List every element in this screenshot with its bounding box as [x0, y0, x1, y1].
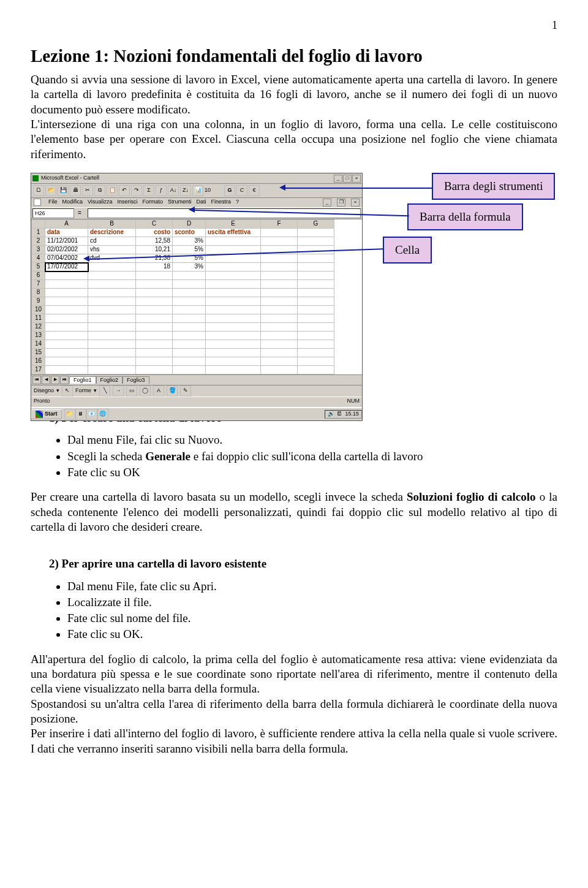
cell[interactable]: [261, 340, 298, 349]
cell[interactable]: [261, 332, 298, 340]
row-header[interactable]: 16: [32, 357, 45, 366]
cell[interactable]: 12,58: [136, 237, 173, 246]
redo-icon[interactable]: ↷: [131, 185, 142, 196]
line-icon[interactable]: ╲: [99, 385, 110, 397]
tray-icon[interactable]: 🔊: [328, 411, 334, 418]
col-header-f[interactable]: F: [261, 220, 298, 229]
sort-asc-icon[interactable]: A↓: [168, 185, 179, 196]
cell[interactable]: [298, 263, 334, 271]
open-icon[interactable]: 📂: [45, 185, 56, 196]
row-header[interactable]: 6: [32, 271, 45, 280]
row-header[interactable]: 9: [32, 297, 45, 306]
cell[interactable]: [206, 297, 261, 306]
cell[interactable]: [298, 357, 334, 366]
cell[interactable]: [88, 349, 136, 357]
maximize-button[interactable]: □: [343, 175, 352, 183]
cell[interactable]: [298, 314, 334, 323]
taskbar-item[interactable]: 📧: [86, 409, 97, 420]
cell[interactable]: [206, 323, 261, 332]
cell[interactable]: [298, 366, 334, 374]
row-header[interactable]: 13: [32, 332, 45, 340]
name-box[interactable]: H26: [32, 208, 74, 218]
cell[interactable]: [136, 314, 173, 323]
select-all-corner[interactable]: [32, 220, 45, 229]
cell[interactable]: [173, 289, 206, 297]
menu-data[interactable]: Dati: [196, 199, 206, 207]
row-header[interactable]: 2: [32, 237, 45, 246]
row-header[interactable]: 14: [32, 340, 45, 349]
menu-window[interactable]: Finestra: [211, 199, 231, 207]
cell[interactable]: [261, 357, 298, 366]
sheet-tab-2[interactable]: Foglio2: [96, 376, 123, 384]
cell[interactable]: [136, 332, 173, 340]
cell[interactable]: [298, 280, 334, 289]
cell[interactable]: sconto: [173, 229, 206, 237]
cell[interactable]: [173, 314, 206, 323]
cell[interactable]: [45, 349, 88, 357]
row-header[interactable]: 15: [32, 349, 45, 357]
col-header-a[interactable]: A: [45, 220, 88, 229]
cell[interactable]: [88, 314, 136, 323]
rect-icon[interactable]: ▭: [126, 385, 137, 397]
cell[interactable]: [261, 306, 298, 314]
row-header[interactable]: 4: [32, 254, 45, 263]
close-button[interactable]: ×: [352, 175, 361, 183]
menu-tools[interactable]: Strumenti: [168, 199, 192, 207]
cell[interactable]: [261, 263, 298, 271]
cell[interactable]: [298, 332, 334, 340]
forme-label[interactable]: Forme: [75, 387, 91, 395]
cell[interactable]: [45, 314, 88, 323]
cell[interactable]: [45, 366, 88, 374]
cell[interactable]: [298, 271, 334, 280]
cell[interactable]: [206, 280, 261, 289]
tray-icon[interactable]: 🗓: [337, 411, 342, 418]
oval-icon[interactable]: ◯: [140, 385, 151, 397]
col-header-b[interactable]: B: [88, 220, 136, 229]
cell[interactable]: [261, 271, 298, 280]
cell[interactable]: [206, 314, 261, 323]
cell[interactable]: [206, 306, 261, 314]
cell[interactable]: [261, 254, 298, 263]
cell[interactable]: uscita effettiva: [206, 229, 261, 237]
save-icon[interactable]: 💾: [58, 185, 69, 196]
sheet-tab-3[interactable]: Foglio3: [123, 376, 149, 384]
row-header[interactable]: 17: [32, 366, 45, 374]
cell[interactable]: [173, 357, 206, 366]
cell[interactable]: [136, 366, 173, 374]
cell[interactable]: [45, 340, 88, 349]
autosum-icon[interactable]: Σ: [143, 185, 154, 196]
cell[interactable]: [298, 306, 334, 314]
cell[interactable]: 10,21: [136, 246, 173, 254]
cell[interactable]: data: [45, 229, 88, 237]
start-button[interactable]: Start: [31, 409, 62, 419]
cell[interactable]: 5%: [173, 246, 206, 254]
cell[interactable]: [261, 314, 298, 323]
cell[interactable]: [298, 229, 334, 237]
cell[interactable]: vhs: [88, 246, 136, 254]
cell[interactable]: [88, 297, 136, 306]
paste-icon[interactable]: 📋: [107, 185, 118, 196]
tab-last-icon[interactable]: ⏭: [60, 376, 69, 384]
cell[interactable]: [136, 306, 173, 314]
cell[interactable]: [298, 289, 334, 297]
cell[interactable]: [261, 349, 298, 357]
cell[interactable]: [88, 366, 136, 374]
cell[interactable]: [88, 263, 136, 271]
cell[interactable]: descrizione: [88, 229, 136, 237]
row-header[interactable]: 10: [32, 306, 45, 314]
cell[interactable]: [173, 366, 206, 374]
textbox-icon[interactable]: A: [153, 385, 164, 397]
cell[interactable]: [136, 280, 173, 289]
cell[interactable]: [206, 349, 261, 357]
doc-close-button[interactable]: ×: [351, 199, 360, 207]
cell[interactable]: [45, 306, 88, 314]
menu-file[interactable]: File: [48, 199, 58, 207]
tab-next-icon[interactable]: ▶: [51, 376, 59, 384]
pointer-icon[interactable]: ↖: [62, 385, 73, 397]
doc-restore-button[interactable]: ❐: [337, 199, 345, 207]
cell[interactable]: [173, 297, 206, 306]
cell[interactable]: [136, 340, 173, 349]
cell[interactable]: [261, 366, 298, 374]
cell[interactable]: [88, 332, 136, 340]
cell[interactable]: [261, 280, 298, 289]
